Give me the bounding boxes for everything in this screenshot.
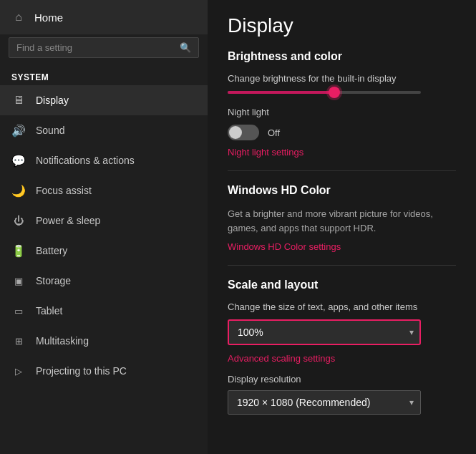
sidebar-item-multitasking-label: Multitasking — [36, 335, 89, 347]
brightness-slider-track[interactable] — [228, 91, 421, 94]
tablet-icon: ▭ — [11, 304, 26, 318]
divider-2 — [228, 265, 456, 266]
brightness-section-title: Brightness and color — [228, 50, 456, 63]
sidebar-item-notifications-label: Notifications & actions — [36, 155, 135, 166]
multitasking-icon: ⊞ — [11, 334, 26, 348]
battery-icon: 🔋 — [11, 243, 26, 258]
power-icon: ⏻ — [11, 213, 26, 228]
system-section-label: System — [0, 67, 208, 85]
brightness-slider-row — [228, 91, 456, 94]
sidebar-item-display-label: Display — [36, 95, 69, 106]
scale-dropdown-wrapper: 100% 125% 150% 175% ▾ — [228, 319, 421, 345]
focus-icon: 🌙 — [11, 183, 26, 198]
night-light-row: Off — [228, 125, 456, 140]
night-light-section: Night light Off Night light settings — [228, 107, 456, 158]
night-light-toggle[interactable] — [228, 125, 259, 140]
brightness-label: Change brightness for the built-in displ… — [228, 73, 456, 84]
storage-icon: ▣ — [11, 274, 26, 288]
night-light-settings-link[interactable]: Night light settings — [228, 147, 303, 158]
search-input[interactable] — [16, 42, 174, 53]
display-icon: 🖥 — [11, 93, 26, 107]
sidebar-item-sound-label: Sound — [36, 125, 64, 136]
sidebar-item-notifications[interactable]: 💬 Notifications & actions — [0, 145, 208, 175]
resolution-label: Display resolution — [228, 374, 456, 385]
sidebar-item-projecting-label: Projecting to this PC — [36, 365, 127, 377]
toggle-knob — [229, 126, 242, 139]
main-content: Display Brightness and color Change brig… — [208, 0, 476, 454]
resolution-dropdown-wrapper: 1920 × 1080 (Recommended) 1280 × 720 102… — [228, 390, 421, 415]
hd-color-description: Get a brighter and more vibrant picture … — [228, 207, 456, 235]
sidebar-item-battery[interactable]: 🔋 Battery — [0, 236, 208, 266]
scale-size-label: Change the size of text, apps, and other… — [228, 301, 456, 312]
sidebar-item-focus[interactable]: 🌙 Focus assist — [0, 175, 208, 206]
brightness-slider-thumb[interactable] — [329, 87, 340, 98]
notifications-icon: 💬 — [11, 153, 26, 168]
hd-color-settings-link[interactable]: Windows HD Color settings — [228, 241, 341, 252]
sidebar-item-tablet[interactable]: ▭ Tablet — [0, 296, 208, 326]
scale-layout-section: Scale and layout Change the size of text… — [228, 279, 456, 422]
advanced-scaling-link[interactable]: Advanced scaling settings — [228, 353, 335, 364]
sound-icon: 🔊 — [11, 123, 26, 137]
projecting-icon: ▷ — [11, 364, 26, 378]
resolution-dropdown[interactable]: 1920 × 1080 (Recommended) 1280 × 720 102… — [228, 390, 421, 415]
search-icon: 🔍 — [180, 42, 191, 53]
sidebar-item-battery-label: Battery — [36, 245, 67, 256]
sidebar-home-label: Home — [34, 11, 63, 24]
sidebar-item-sound[interactable]: 🔊 Sound — [0, 115, 208, 145]
page-title: Display — [228, 14, 456, 37]
sidebar-item-storage[interactable]: ▣ Storage — [0, 266, 208, 296]
divider-1 — [228, 170, 456, 171]
sidebar-item-focus-label: Focus assist — [36, 185, 92, 196]
sidebar: ⌂ Home 🔍 System 🖥 Display 🔊 Sound 💬 Noti… — [0, 0, 208, 454]
sidebar-item-power[interactable]: ⏻ Power & sleep — [0, 206, 208, 236]
sidebar-item-tablet-label: Tablet — [36, 305, 62, 317]
hd-color-title: Windows HD Color — [228, 184, 456, 197]
sidebar-item-projecting[interactable]: ▷ Projecting to this PC — [0, 356, 208, 386]
brightness-slider-fill — [228, 91, 334, 94]
sidebar-item-storage-label: Storage — [36, 275, 71, 286]
night-light-label: Night light — [228, 107, 456, 117]
home-icon: ⌂ — [11, 10, 26, 24]
sidebar-item-power-label: Power & sleep — [36, 215, 100, 226]
night-light-status: Off — [268, 127, 280, 138]
search-box[interactable]: 🔍 — [9, 37, 199, 58]
scale-dropdown[interactable]: 100% 125% 150% 175% — [228, 319, 421, 345]
sidebar-item-multitasking[interactable]: ⊞ Multitasking — [0, 326, 208, 356]
scale-layout-title: Scale and layout — [228, 279, 456, 291]
sidebar-item-display[interactable]: 🖥 Display — [0, 85, 208, 115]
sidebar-home-item[interactable]: ⌂ Home — [0, 0, 208, 34]
